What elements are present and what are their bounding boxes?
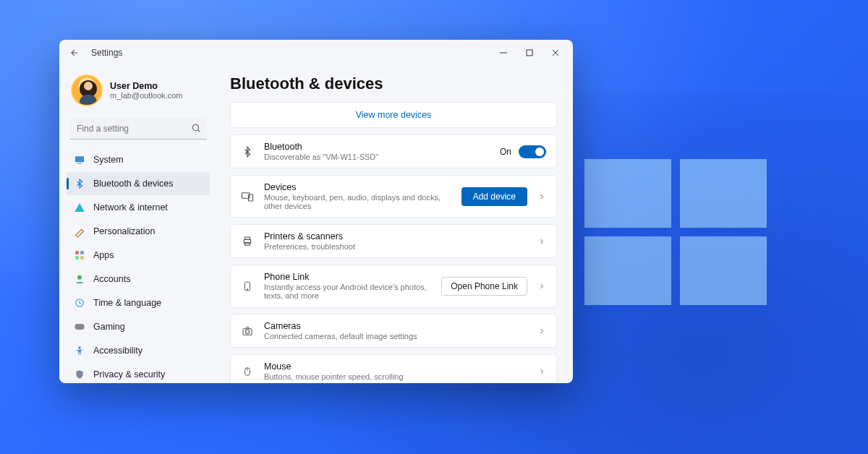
accessibility-icon [74, 345, 85, 356]
row-title: Bluetooth [264, 142, 490, 152]
settings-window: Settings User Demo m_lab@outlook.com Sys… [59, 40, 573, 383]
open-phone-link-button[interactable]: Open Phone Link [441, 277, 527, 296]
printers-row[interactable]: Printers & scannersPreferences, troubles… [230, 224, 557, 258]
sidebar-item-gaming[interactable]: Gaming [67, 315, 210, 338]
svg-rect-6 [75, 256, 79, 260]
svg-rect-16 [245, 242, 250, 245]
shield-icon [74, 369, 85, 380]
row-title: Phone Link [264, 272, 431, 282]
search-icon [191, 123, 201, 133]
devices-icon [241, 190, 254, 203]
phone-icon [241, 280, 254, 293]
svg-point-18 [247, 288, 247, 289]
svg-rect-3 [77, 163, 81, 164]
camera-icon [241, 325, 254, 338]
windows-logo [584, 159, 767, 305]
sidebar-item-label: Network & internet [93, 202, 168, 213]
profile-email: m_lab@outlook.com [110, 91, 182, 100]
profile-block[interactable]: User Demo m_lab@outlook.com [67, 69, 210, 115]
titlebar: Settings [59, 40, 573, 66]
nav-list: System Bluetooth & devices Network & int… [67, 148, 210, 383]
row-title: Mouse [264, 361, 527, 372]
main-panel: Bluetooth & devices View more devices Bl… [217, 66, 573, 383]
sidebar-item-label: Accessibility [93, 346, 142, 356]
sidebar-item-label: Accounts [93, 274, 130, 284]
sidebar: User Demo m_lab@outlook.com System Bluet… [59, 66, 217, 383]
sidebar-item-label: System [93, 155, 124, 165]
close-button[interactable] [542, 43, 569, 63]
content-scroll[interactable]: View more devices BluetoothDiscoverable … [230, 102, 563, 383]
profile-name: User Demo [110, 81, 182, 91]
bluetooth-row[interactable]: BluetoothDiscoverable as "VM-W11-SSD" On [230, 134, 557, 168]
sidebar-item-time[interactable]: Time & language [67, 291, 210, 314]
display-icon [74, 154, 85, 166]
sidebar-item-personalization[interactable]: Personalization [67, 220, 210, 243]
svg-point-1 [192, 124, 198, 130]
sidebar-item-label: Time & language [93, 298, 161, 308]
bluetooth-toggle[interactable] [519, 145, 546, 158]
chevron-right-icon [537, 327, 546, 335]
sidebar-item-privacy[interactable]: Privacy & security [67, 363, 210, 383]
chevron-right-icon [537, 282, 546, 291]
svg-rect-0 [527, 50, 532, 56]
wifi-icon [74, 202, 85, 213]
sidebar-item-network[interactable]: Network & internet [67, 196, 210, 219]
sidebar-item-bluetooth[interactable]: Bluetooth & devices [67, 172, 210, 195]
row-title: Printers & scanners [264, 231, 527, 241]
mouse-row[interactable]: MouseButtons, mouse pointer speed, scrol… [230, 354, 557, 383]
search-box[interactable] [69, 118, 207, 140]
chevron-right-icon [537, 367, 546, 376]
row-sub: Preferences, troubleshoot [264, 242, 527, 251]
svg-rect-5 [80, 251, 84, 254]
window-title: Settings [91, 48, 122, 58]
svg-rect-7 [80, 256, 84, 260]
gamepad-icon [74, 321, 85, 333]
sidebar-item-apps[interactable]: Apps [67, 244, 210, 267]
phone-link-row[interactable]: Phone LinkInstantly access your Android … [230, 265, 557, 307]
chevron-right-icon [537, 237, 546, 246]
printer-icon [241, 235, 254, 248]
apps-icon [74, 249, 85, 261]
svg-rect-4 [75, 251, 79, 254]
row-sub: Mouse, keyboard, pen, audio, displays an… [264, 193, 451, 210]
row-sub: Connected cameras, default image setting… [264, 332, 527, 340]
sidebar-item-label: Personalization [93, 226, 155, 236]
devices-row[interactable]: DevicesMouse, keyboard, pen, audio, disp… [230, 175, 557, 218]
svg-rect-15 [245, 237, 250, 239]
svg-point-11 [78, 346, 81, 349]
brush-icon [74, 226, 85, 237]
sidebar-item-label: Gaming [93, 322, 125, 332]
mouse-icon [241, 365, 254, 378]
page-title: Bluetooth & devices [230, 74, 563, 93]
maximize-button[interactable] [516, 43, 542, 63]
person-icon [74, 273, 85, 285]
svg-rect-2 [75, 156, 84, 162]
add-device-button[interactable]: Add device [461, 187, 527, 206]
sidebar-item-label: Bluetooth & devices [93, 179, 174, 189]
row-title: Devices [264, 182, 451, 192]
sidebar-item-system[interactable]: System [67, 148, 210, 171]
row-sub: Discoverable as "VM-W11-SSD" [264, 153, 490, 161]
minimize-button[interactable] [490, 43, 516, 63]
bluetooth-icon [241, 145, 254, 158]
view-more-devices-link[interactable]: View more devices [230, 102, 557, 128]
svg-point-20 [245, 330, 249, 333]
row-sub: Buttons, mouse pointer speed, scrolling [264, 372, 527, 381]
row-title: Cameras [264, 321, 527, 331]
sidebar-item-label: Privacy & security [93, 369, 165, 380]
row-sub: Instantly access your Android device's p… [264, 283, 431, 300]
chevron-right-icon [537, 192, 546, 201]
back-button[interactable] [68, 46, 81, 59]
cameras-row[interactable]: CamerasConnected cameras, default image … [230, 314, 557, 348]
avatar [71, 74, 103, 106]
sidebar-item-accessibility[interactable]: Accessibility [67, 339, 210, 362]
bluetooth-icon [74, 178, 85, 189]
toggle-state: On [500, 147, 511, 157]
clock-icon [74, 297, 85, 309]
search-input[interactable] [69, 118, 207, 140]
sidebar-item-label: Apps [93, 250, 114, 260]
sidebar-item-accounts[interactable]: Accounts [67, 267, 210, 291]
svg-rect-10 [75, 324, 84, 330]
svg-point-8 [77, 275, 82, 280]
